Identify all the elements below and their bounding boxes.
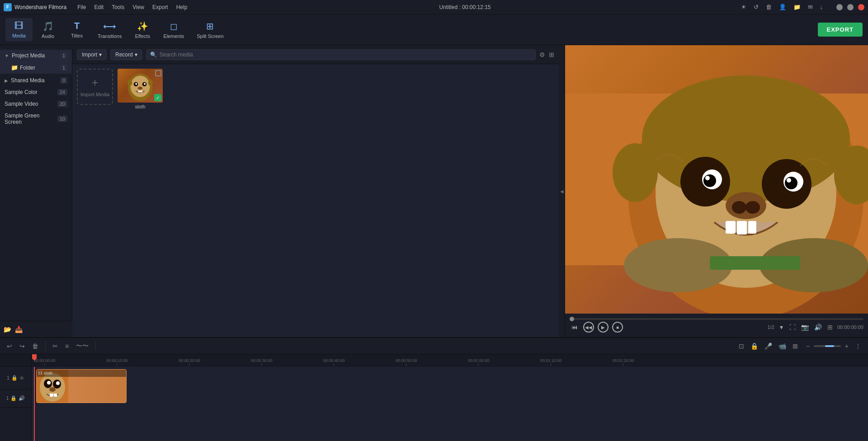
zoom-minus-icon[interactable]: − <box>804 342 812 351</box>
maximize-button[interactable] <box>847 4 854 10</box>
notification-icon[interactable]: ☀ <box>739 3 748 11</box>
fullscreen-icon[interactable]: ⛶ <box>788 323 797 332</box>
tool-elements[interactable]: ◻ Elements <box>158 18 189 42</box>
minimize-button[interactable] <box>836 4 843 10</box>
tool-media[interactable]: 🎞 Media <box>5 18 33 41</box>
playback-fraction: 1/2 <box>768 324 774 330</box>
tool-audio[interactable]: 🎵 Audio <box>34 18 61 42</box>
frame-back-button[interactable]: ◀◀ <box>583 322 594 333</box>
ruler-header <box>0 354 31 367</box>
camera-icon[interactable]: 📹 <box>776 342 788 351</box>
ruler-label-5: 00:00:50:00 <box>396 358 417 363</box>
menu-file[interactable]: File <box>74 2 90 12</box>
menu-view[interactable]: View <box>129 2 148 12</box>
import-label: Import <box>82 52 97 58</box>
folder-icon[interactable]: 📁 <box>792 3 802 11</box>
timeline-toolbar: ↩ ↪ 🗑 ✂ ≡ 〜〜 ⊡ 🔒 🎤 📹 ⊠ − + ⋮ <box>0 338 868 354</box>
main-toolbar: 🎞 Media 🎵 Audio T Titles ⟷ Transitions ✨… <box>0 14 868 45</box>
ruler-tick-7 <box>551 363 551 366</box>
sample-video-count: 20 <box>57 101 67 107</box>
zoom-slider-track[interactable] <box>814 345 841 347</box>
close-button[interactable] <box>858 4 864 10</box>
tool-transitions[interactable]: ⟷ Transitions <box>92 18 127 42</box>
new-folder-icon[interactable]: 📂 <box>4 326 11 333</box>
sidebar-item-sample-color[interactable]: Sample Color 24 <box>0 86 72 98</box>
download-icon[interactable]: ↓ <box>818 3 825 11</box>
media-toolbar: Import ▾ Record ▾ 🔍 ⚙ ⊞ <box>72 45 559 64</box>
volume-icon[interactable]: 🔊 <box>813 323 823 332</box>
export-button[interactable]: EXPORT <box>818 23 863 37</box>
audio-track-header: 1 🔒 🔊 <box>0 389 31 408</box>
filter-icon[interactable]: ⚙ <box>539 51 545 58</box>
crop-icon[interactable]: ⊠ <box>790 342 800 351</box>
svg-point-40 <box>49 387 56 392</box>
screenshot-icon[interactable]: 📷 <box>800 323 810 332</box>
mic-icon[interactable]: 🎤 <box>762 342 774 351</box>
sync-icon[interactable]: ↺ <box>752 3 760 11</box>
search-input[interactable] <box>160 52 532 58</box>
video-clip-sloth[interactable]: 🎞 sloth <box>36 369 127 403</box>
audio-lock-icon[interactable]: 🔒 <box>10 395 17 401</box>
project-media-count: 1 <box>60 52 67 59</box>
undo-icon[interactable]: ↩ <box>5 342 14 351</box>
zoom-slider-thumb <box>825 345 834 347</box>
menu-export[interactable]: Export <box>149 2 172 12</box>
mail-icon[interactable]: ✉ <box>806 3 815 11</box>
separator2 <box>95 342 96 351</box>
menu-edit[interactable]: Edit <box>91 2 108 12</box>
step-back-icon[interactable]: ⏮ <box>570 323 580 332</box>
transitions-icon: ⟷ <box>103 21 116 32</box>
lock-icon[interactable]: 🔒 <box>11 375 18 381</box>
play-button[interactable]: ▶ <box>598 322 609 333</box>
audio-volume-icon[interactable]: 🔊 <box>19 395 25 401</box>
search-icon: 🔍 <box>150 52 157 58</box>
account-icon[interactable]: 👤 <box>777 3 788 11</box>
menu-help[interactable]: Help <box>173 2 191 12</box>
redo-icon[interactable]: ↪ <box>17 342 27 351</box>
trim-icon[interactable]: ✂ <box>50 342 60 351</box>
import-media-button[interactable]: + Import Media <box>77 69 113 105</box>
eye-icon[interactable]: 👁 <box>19 375 24 381</box>
menu-tools[interactable]: Tools <box>108 2 128 12</box>
delete-icon[interactable]: 🗑 <box>30 342 41 351</box>
media-panel: Import ▾ Record ▾ 🔍 ⚙ ⊞ + Import Media <box>72 45 559 337</box>
trash-icon[interactable]: 🗑 <box>764 3 774 11</box>
titles-label: Titles <box>71 33 83 38</box>
fraction-dropdown-icon[interactable]: ▾ <box>778 323 785 332</box>
audio-waves-icon[interactable]: 〜〜 <box>74 341 91 351</box>
clip-name: sloth <box>44 371 52 375</box>
panel-collapse-handle[interactable]: ◀ <box>559 45 565 337</box>
ruler-mark-3: 00:00:30:00 <box>251 358 273 366</box>
flatten-icon[interactable]: ≡ <box>63 342 71 351</box>
svg-point-39 <box>56 381 60 385</box>
import-folder-icon[interactable]: 📥 <box>15 326 23 333</box>
grid-view-icon[interactable]: ⊞ <box>549 51 554 58</box>
audio-icon: 🎵 <box>42 21 54 32</box>
sidebar-item-sample-video[interactable]: Sample Video 20 <box>0 98 72 110</box>
sample-green-label: Sample Green Screen <box>5 113 56 125</box>
record-dropdown[interactable]: Record ▾ <box>110 49 142 60</box>
tool-splitscreen[interactable]: ⊞ Split Screen <box>191 18 229 42</box>
video-track-header: 1 🔒 👁 <box>0 367 31 389</box>
timeline-menu-icon[interactable]: ⋮ <box>853 342 863 351</box>
tool-effects[interactable]: ✨ Effects <box>129 18 156 42</box>
sidebar-item-project-media[interactable]: ▼ Project Media 1 <box>0 50 72 61</box>
stop-button[interactable]: ■ <box>612 322 623 333</box>
sidebar-item-shared-media[interactable]: ▶ Shared Media 0 <box>0 75 72 86</box>
tool-titles[interactable]: T Titles <box>63 18 90 41</box>
more-options-icon[interactable]: ⊞ <box>826 323 834 332</box>
snap-icon[interactable]: 🔒 <box>748 342 760 351</box>
svg-rect-26 <box>726 221 736 234</box>
import-dropdown[interactable]: Import ▾ <box>77 49 107 60</box>
sidebar-item-folder[interactable]: 📁 Folder 1 <box>0 61 72 74</box>
media-item-sloth[interactable]: ✓ sloth <box>118 69 163 105</box>
ruler-tick-5 <box>406 363 406 366</box>
zoom-fit-icon[interactable]: ⊡ <box>736 342 746 351</box>
svg-point-29 <box>613 143 658 202</box>
sidebar-item-sample-green[interactable]: Sample Green Screen 10 <box>0 110 72 128</box>
preview-progress-bar[interactable] <box>570 318 863 320</box>
clip-label-bar: 🎞 sloth <box>37 370 126 377</box>
zoom-plus-icon[interactable]: + <box>843 342 851 351</box>
svg-point-4 <box>135 83 137 84</box>
ruler-label-7: 00:01:10:00 <box>540 358 562 363</box>
